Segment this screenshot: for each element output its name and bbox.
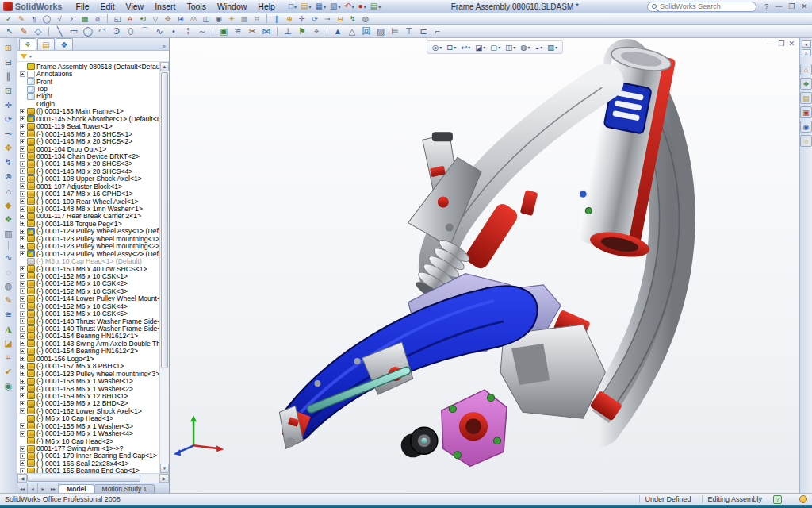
graphics-viewport[interactable]: ◎▾ ⊡▾ ↩▾ ◪▾ ▢▾ ◫▾ ◍▾ ◒▾ ▨▾ xyxy=(170,38,799,493)
note-icon[interactable]: ¶ xyxy=(28,13,40,24)
expand-icon[interactable] xyxy=(20,408,25,414)
tree-item[interactable]: (-) 0001-123 Pulley wheel mountning<2> xyxy=(17,243,159,250)
expand-icon[interactable] xyxy=(20,206,25,212)
expand-icon[interactable] xyxy=(20,273,25,279)
interference-detection-icon[interactable]: ⊗ xyxy=(2,170,16,183)
scroll-up-button[interactable]: ▲ xyxy=(160,62,169,71)
tree-item[interactable]: 0001-104 Drop Out<1> xyxy=(17,145,159,152)
mate-icon[interactable]: ∥ xyxy=(2,70,16,83)
menu-item[interactable]: Window xyxy=(212,1,252,12)
tree-item[interactable]: (-) 0001-158 M6 x 1 Washer<2> xyxy=(17,385,159,392)
expand-icon[interactable] xyxy=(20,214,25,219)
expand-icon[interactable] xyxy=(20,176,25,182)
rotate-component-icon[interactable]: ⟳ xyxy=(2,113,16,126)
tree-item[interactable]: (-) 0001-152 M6 x 10 CSK<4> xyxy=(17,302,159,310)
hide-show-items-icon[interactable]: ◍▾ xyxy=(519,42,531,52)
design-library-icon[interactable]: ❖ xyxy=(800,78,812,90)
scroll-right-button[interactable]: ▶ xyxy=(159,474,169,483)
undo-button[interactable]: ↶▾ xyxy=(343,1,355,12)
tree-item[interactable]: (-) 0001-146 M8 x 20 SHCS<3> xyxy=(17,160,159,167)
close-button[interactable]: ✕ xyxy=(799,2,809,10)
tree-item[interactable]: (-) 0001-129 Pulley Wheel Assy<2> (Defau… xyxy=(17,250,159,257)
menu-item[interactable]: File xyxy=(71,1,95,12)
freehand-spline-icon[interactable]: ～ xyxy=(195,25,209,37)
display-relations-icon[interactable]: ⚑ xyxy=(295,25,309,37)
expand-icon[interactable] xyxy=(20,460,25,466)
move-component-icon[interactable]: ✛ xyxy=(296,13,308,24)
minimize-button[interactable]: — xyxy=(773,2,783,10)
equations-icon[interactable]: Σ xyxy=(66,13,79,24)
rebuild-button[interactable]: ●▾ xyxy=(357,1,368,12)
tree-item[interactable]: (-) M6 x 10 Cap Head<2> xyxy=(17,437,159,444)
edit-appearance-icon[interactable]: ◒▾ xyxy=(534,42,545,52)
expand-icon[interactable] xyxy=(20,386,25,391)
add-relation-icon[interactable]: ⊥ xyxy=(281,25,295,37)
physical-dynamics-icon[interactable]: ◌ xyxy=(2,265,16,279)
tree-item[interactable]: Annotations xyxy=(17,70,159,77)
fillet-icon[interactable]: ⌒ xyxy=(138,25,152,37)
tree-item[interactable]: (-) 0001-143 Swing Arm Axelb Double Thre… xyxy=(17,340,159,347)
check-icon[interactable]: ✔ xyxy=(2,365,16,379)
design-table-icon[interactable]: ▦ xyxy=(79,13,91,24)
expand-icon[interactable] xyxy=(20,251,25,256)
surface-finish-icon[interactable]: √ xyxy=(53,13,66,24)
tree-item[interactable]: Frame Assembly 080618 (Default<Default_D… xyxy=(17,63,159,70)
expand-icon[interactable] xyxy=(20,161,25,167)
task-pane-pin-button[interactable]: ⊼ xyxy=(802,49,811,56)
expand-icon[interactable] xyxy=(20,318,25,324)
plane-icon[interactable]: △ xyxy=(345,25,359,37)
smart-fastener-icon[interactable]: ⊸ xyxy=(321,13,334,24)
tree-item[interactable]: (-) 0001-159 M6 x 12 BHD<2> xyxy=(17,400,159,407)
tree-item[interactable]: (-) 0001-148 M8 x 1mn Washer<1> xyxy=(17,205,159,212)
tree-item[interactable]: (-) 0001-166 Seal 22x28x4<1> xyxy=(17,460,159,467)
expand-icon[interactable] xyxy=(20,221,25,226)
grid-snap-icon[interactable]: ⊤ xyxy=(402,25,416,37)
panel-more-button[interactable]: » xyxy=(159,43,169,50)
open-document-button[interactable]: ▤▾ xyxy=(299,1,312,12)
expand-icon[interactable] xyxy=(20,379,25,384)
move-component-icon[interactable]: ✛ xyxy=(2,98,16,112)
point-icon[interactable]: • xyxy=(167,25,181,37)
explode-view-icon[interactable]: ✥ xyxy=(162,13,174,24)
expand-icon[interactable] xyxy=(20,453,25,459)
expand-icon[interactable] xyxy=(20,168,25,174)
tree-item[interactable]: (-) 0001-146 M8 x 20 SHCS<4> xyxy=(17,167,159,175)
bike-frame-model[interactable] xyxy=(170,38,799,477)
expand-icon[interactable] xyxy=(20,244,25,249)
section-view-icon[interactable]: ◪▾ xyxy=(473,42,487,52)
filter-icon[interactable] xyxy=(21,54,27,59)
new-part-icon[interactable]: ◆ xyxy=(2,198,16,212)
simulation-icon[interactable]: ∿ xyxy=(2,251,16,264)
quick-tips-icon[interactable]: ? xyxy=(773,495,782,504)
restore-button[interactable]: ❐ xyxy=(787,2,796,10)
refresh-icon[interactable]: ⟲ xyxy=(136,13,149,24)
tree-item[interactable]: (-) 0001-140 Thrust Washer Frame Side<2> xyxy=(17,325,159,332)
expand-icon[interactable] xyxy=(20,71,25,77)
spline-icon[interactable]: ∿ xyxy=(152,25,167,37)
tree-item[interactable]: (-) 0001-158 M6 x 1 Washer<3> xyxy=(17,422,159,429)
arc-icon[interactable]: ◠ xyxy=(95,25,109,37)
tree-item[interactable]: (-) 0001-152 M6 x 10 CSK<5> xyxy=(17,310,159,317)
tree-item[interactable]: (-) 0001-140 Thrust Washer Frame Side<1> xyxy=(17,318,159,325)
doc-close-button[interactable]: ✕ xyxy=(788,40,795,48)
measure-icon[interactable]: ⌀ xyxy=(91,13,104,24)
tree-item[interactable]: (-) 0001-129 Pulley Wheel Assy<1> (Defau… xyxy=(17,228,159,235)
offset-entities-icon[interactable]: ≋ xyxy=(231,25,245,37)
expand-icon[interactable] xyxy=(20,401,25,406)
tab-nav-button[interactable]: ◂◂ xyxy=(17,483,28,493)
centerline-icon[interactable]: ⁞ xyxy=(181,25,195,37)
mirror-icon[interactable]: ⋈ xyxy=(259,25,274,37)
edit-part-icon[interactable]: ⊡ xyxy=(2,84,16,98)
expand-icon[interactable] xyxy=(20,191,25,197)
tree-vertical-scrollbar[interactable]: ▲ ▼ xyxy=(159,62,169,473)
select-icon[interactable]: ↖ xyxy=(2,25,17,37)
units-icon[interactable]: ⌗ xyxy=(251,13,263,24)
configurationmanager-tab[interactable]: ❖ xyxy=(56,38,73,50)
face-curves-icon[interactable]: ⌗ xyxy=(2,351,16,364)
scroll-thumb[interactable] xyxy=(161,72,168,368)
expand-icon[interactable] xyxy=(20,183,25,189)
help-button[interactable]: ? xyxy=(763,2,770,10)
draft-analysis-icon[interactable]: ◮ xyxy=(2,322,16,336)
expand-icon[interactable] xyxy=(20,131,25,137)
file-explorer-icon[interactable]: ▤ xyxy=(800,92,812,104)
